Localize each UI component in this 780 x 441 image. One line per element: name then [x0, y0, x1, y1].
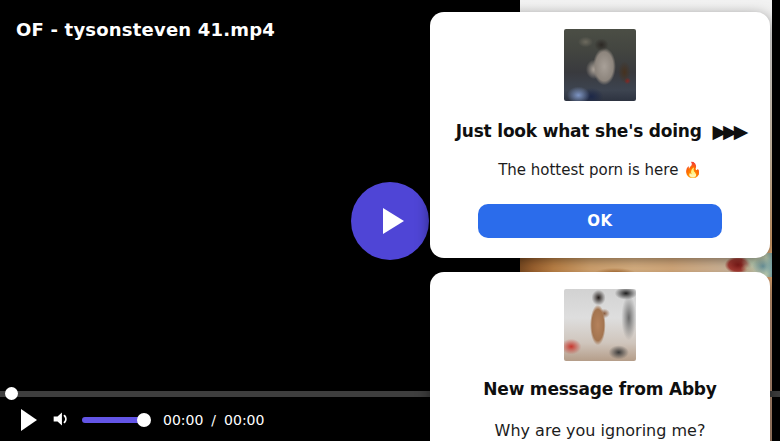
- time-display: 00:00 / 00:00: [163, 412, 264, 428]
- popup-message-thumbnail[interactable]: [564, 289, 636, 361]
- popup-ad-title: Just look what she's doing ▶▶▶: [430, 119, 770, 141]
- duration: 00:00: [224, 412, 264, 428]
- popup-ad-subtitle-text: The hottest porn is here: [498, 161, 678, 179]
- volume-slider[interactable]: [82, 417, 144, 423]
- video-player-page: OF - tysonsteven 41.mp4 00:00 / 00:00 Ju…: [0, 0, 780, 441]
- current-time: 00:00: [163, 412, 203, 428]
- play-icon: [383, 208, 404, 234]
- popup-message-card: New message from Abby Why are you ignori…: [430, 272, 770, 441]
- popup-ad-subtitle: The hottest porn is here 🔥: [430, 161, 770, 179]
- popup-ad-card: Just look what she's doing ▶▶▶ The hotte…: [430, 12, 770, 258]
- big-play-button[interactable]: [351, 182, 429, 260]
- popup-message-text: Why are you ignoring me?: [430, 421, 770, 440]
- time-separator: /: [211, 412, 216, 428]
- play-button[interactable]: [14, 405, 44, 435]
- volume-icon: [50, 418, 72, 433]
- fire-emoji-icon: 🔥: [683, 161, 702, 179]
- triple-play-arrows-icon: ▶▶▶: [712, 120, 744, 142]
- ok-button[interactable]: OK: [478, 204, 722, 238]
- video-title: OF - tysonsteven 41.mp4: [16, 19, 275, 40]
- progress-thumb[interactable]: [5, 387, 18, 400]
- volume-thumb[interactable]: [137, 413, 151, 427]
- popup-ad-thumbnail[interactable]: [564, 29, 636, 101]
- popup-ad-title-text: Just look what she's doing: [456, 121, 702, 141]
- mute-button[interactable]: [49, 407, 73, 431]
- popup-message-title: New message from Abby: [430, 379, 770, 399]
- play-icon: [21, 409, 37, 431]
